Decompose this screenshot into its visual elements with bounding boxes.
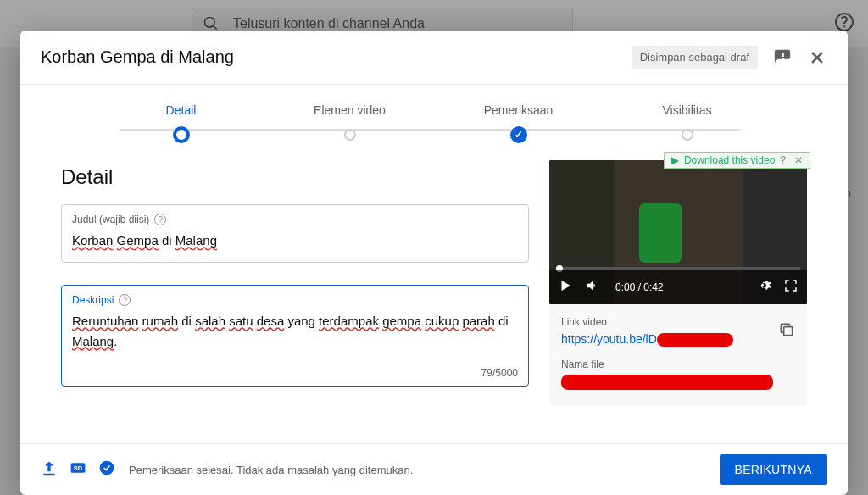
copy-icon[interactable] <box>778 321 795 342</box>
step-visibility[interactable]: Visibilitas <box>603 103 771 141</box>
stepper: Detail Elemen video Pemeriksaan Visibili… <box>20 85 848 152</box>
step-dot-done <box>510 126 527 143</box>
svg-text:SD: SD <box>74 464 83 472</box>
dialog-body: Detail Judul (wajib diisi) ? Korban Gemp… <box>20 152 848 443</box>
badge-help-icon[interactable]: ? <box>780 154 786 166</box>
link-label: Link video <box>561 316 795 328</box>
dialog-header: Korban Gempa di Malang Disimpan sebagai … <box>20 31 848 85</box>
title-value[interactable]: Korban Gempa di Malang <box>72 231 518 250</box>
fullscreen-icon[interactable] <box>783 278 798 297</box>
svg-point-9 <box>100 461 114 476</box>
help-icon[interactable]: ? <box>119 294 131 306</box>
next-button[interactable]: BERIKUTNYA <box>720 454 827 485</box>
badge-close-icon[interactable]: ✕ <box>794 154 803 166</box>
volume-icon[interactable] <box>585 278 600 297</box>
title-field[interactable]: Judul (wajib diisi) ? Korban Gempa di Ma… <box>61 204 529 263</box>
time-display: 0:00 / 0:42 <box>615 281 664 293</box>
upload-status-icon <box>41 459 58 480</box>
play-icon[interactable] <box>558 278 573 297</box>
footer-status: Pemeriksaan selesai. Tidak ada masalah y… <box>129 464 413 476</box>
help-icon[interactable]: ? <box>154 214 166 225</box>
step-detail[interactable]: Detail <box>97 103 265 143</box>
step-checks[interactable]: Pemeriksaan <box>434 103 603 143</box>
char-counter: 79/5000 <box>481 367 518 379</box>
settings-icon[interactable] <box>756 278 771 297</box>
svg-rect-6 <box>784 327 793 336</box>
description-label: Deskripsi <box>72 294 114 306</box>
feedback-icon[interactable] <box>773 48 792 67</box>
dialog-title: Korban Gempa di Malang <box>41 47 234 67</box>
step-dot-active <box>173 126 190 143</box>
check-complete-icon <box>98 459 115 480</box>
title-label: Judul (wajib diisi) <box>72 214 149 225</box>
step-elements[interactable]: Elemen video <box>265 103 434 141</box>
section-heading: Detail <box>61 165 529 189</box>
description-value[interactable]: Reruntuhan rumah di salah satu desa yang… <box>72 311 518 351</box>
video-link[interactable]: https://youtu.be/lD <box>561 332 733 346</box>
dialog-footer: SD Pemeriksaan selesai. Tidak ada masala… <box>20 443 848 495</box>
download-badge[interactable]: ▶ Download this video ? ✕ <box>664 152 810 169</box>
file-label: Nama file <box>561 359 795 370</box>
description-field[interactable]: Deskripsi ? Reruntuhan rumah di salah sa… <box>61 285 529 387</box>
video-meta: Link video https://youtu.be/lD Nama file <box>549 304 807 405</box>
video-player[interactable]: 0:00 / 0:42 <box>549 160 807 304</box>
upload-dialog: Korban Gempa di Malang Disimpan sebagai … <box>20 31 848 495</box>
sd-badge-icon: SD <box>70 459 86 480</box>
close-icon[interactable] <box>807 47 827 68</box>
file-name-redacted <box>561 375 773 390</box>
draft-status-chip: Disimpan sebagai draf <box>632 46 758 69</box>
